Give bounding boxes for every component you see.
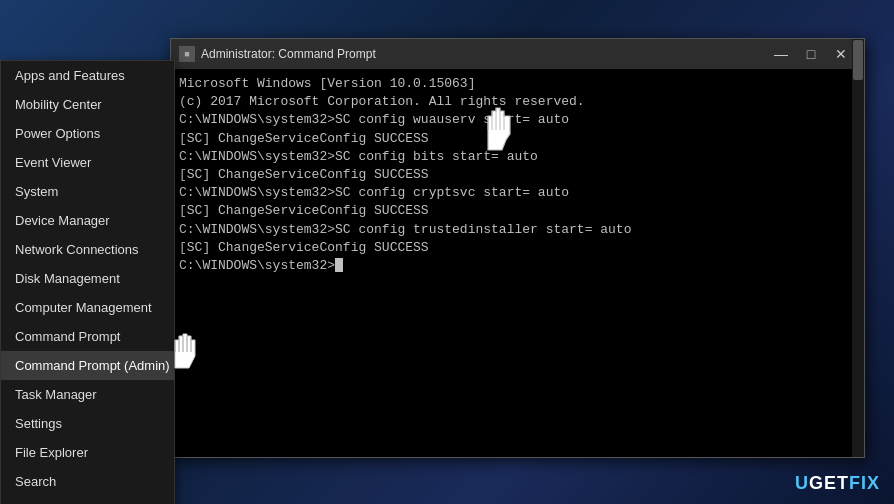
- cmd-icon: ■: [179, 46, 195, 62]
- menu-item-computer-management[interactable]: Computer Management: [1, 293, 174, 322]
- cmd-line: C:\WINDOWS\system32>SC config trustedins…: [179, 221, 856, 239]
- cmd-title: Administrator: Command Prompt: [201, 47, 766, 61]
- cmd-window: ■ Administrator: Command Prompt — □ ✕ Mi…: [170, 38, 865, 458]
- minimize-button[interactable]: —: [766, 39, 796, 69]
- cmd-line: [SC] ChangeServiceConfig SUCCESS: [179, 166, 856, 184]
- watermark-u: U: [795, 473, 809, 493]
- cmd-line: C:\WINDOWS\system32>SC config wuauserv s…: [179, 111, 856, 129]
- cmd-cursor: [335, 258, 343, 272]
- menu-item-settings[interactable]: Settings: [1, 409, 174, 438]
- titlebar-buttons: — □ ✕: [766, 39, 856, 69]
- menu-item-file-explorer[interactable]: File Explorer: [1, 438, 174, 467]
- cmd-line: [SC] ChangeServiceConfig SUCCESS: [179, 202, 856, 220]
- maximize-button[interactable]: □: [796, 39, 826, 69]
- menu-item-system[interactable]: System: [1, 177, 174, 206]
- cmd-body: Microsoft Windows [Version 10.0.15063](c…: [171, 69, 864, 457]
- watermark-get: GET: [809, 473, 849, 493]
- menu-item-command-prompt[interactable]: Command Prompt: [1, 322, 174, 351]
- cmd-line: C:\WINDOWS\system32>SC config bits start…: [179, 148, 856, 166]
- desktop: Apps and FeaturesMobility CenterPower Op…: [0, 0, 894, 504]
- cmd-line: C:\WINDOWS\system32>: [179, 257, 856, 275]
- watermark: UGETFIX: [795, 473, 880, 494]
- menu-item-command-prompt-admin[interactable]: Command Prompt (Admin): [1, 351, 174, 380]
- menu-item-disk-management[interactable]: Disk Management: [1, 264, 174, 293]
- menu-item-network-connections[interactable]: Network Connections: [1, 235, 174, 264]
- menu-item-power-options[interactable]: Power Options: [1, 119, 174, 148]
- menu-item-apps-features[interactable]: Apps and Features: [1, 61, 174, 90]
- cmd-line: [SC] ChangeServiceConfig SUCCESS: [179, 130, 856, 148]
- context-menu: Apps and FeaturesMobility CenterPower Op…: [0, 60, 175, 504]
- menu-item-event-viewer[interactable]: Event Viewer: [1, 148, 174, 177]
- cmd-line: C:\WINDOWS\system32>SC config cryptsvc s…: [179, 184, 856, 202]
- cmd-line: [SC] ChangeServiceConfig SUCCESS: [179, 239, 856, 257]
- cmd-line: Microsoft Windows [Version 10.0.15063]: [179, 75, 856, 93]
- menu-item-search[interactable]: Search: [1, 467, 174, 496]
- cmd-titlebar: ■ Administrator: Command Prompt — □ ✕: [171, 39, 864, 69]
- cmd-scrollbar[interactable]: [852, 69, 864, 457]
- menu-item-device-manager[interactable]: Device Manager: [1, 206, 174, 235]
- menu-item-mobility-center[interactable]: Mobility Center: [1, 90, 174, 119]
- menu-item-task-manager[interactable]: Task Manager: [1, 380, 174, 409]
- menu-item-run[interactable]: Run: [1, 496, 174, 504]
- cmd-line: (c) 2017 Microsoft Corporation. All righ…: [179, 93, 856, 111]
- cmd-scrollbar-thumb: [853, 69, 863, 80]
- watermark-fix: FIX: [849, 473, 880, 493]
